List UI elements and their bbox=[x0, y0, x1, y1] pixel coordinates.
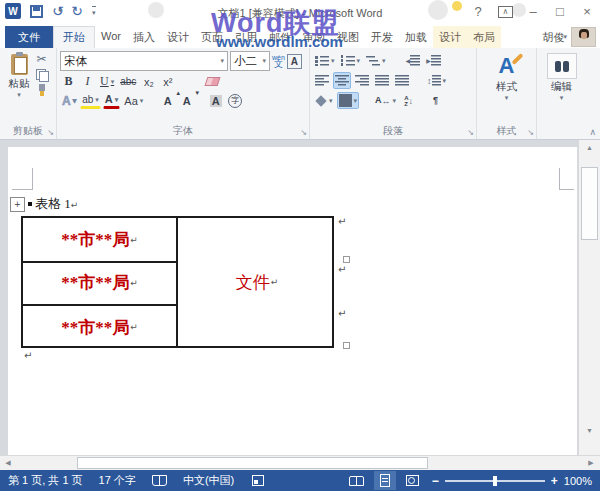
shading-button[interactable] bbox=[313, 92, 335, 109]
character-border-button[interactable]: A bbox=[287, 54, 302, 69]
vertical-scroll-thumb[interactable] bbox=[581, 167, 598, 240]
maximize-button[interactable]: □ bbox=[553, 3, 567, 21]
multilevel-list-button[interactable] bbox=[364, 52, 388, 69]
justify-button[interactable] bbox=[373, 72, 391, 89]
align-left-button[interactable] bbox=[313, 72, 331, 89]
font-color-button[interactable]: A bbox=[103, 92, 120, 109]
font-dialog-launcher-icon[interactable]: ↘ bbox=[300, 128, 307, 138]
table-cell[interactable]: **市**局↵ bbox=[23, 263, 176, 302]
horizontal-scrollbar[interactable]: ◀ ▶ bbox=[0, 455, 600, 470]
tab-wor[interactable]: Wor bbox=[95, 26, 127, 48]
chevron-down-icon[interactable]: ▾ bbox=[262, 57, 266, 65]
subscript-button[interactable]: x₂ bbox=[140, 73, 157, 90]
macro-record-icon[interactable] bbox=[252, 475, 264, 486]
page-indicator[interactable]: 第 1 页, 共 1 页 bbox=[0, 473, 91, 488]
close-button[interactable]: × bbox=[580, 3, 594, 21]
borders-grid-icon bbox=[339, 94, 352, 107]
scroll-down-icon[interactable]: ▼ bbox=[579, 423, 600, 438]
clear-formatting-button[interactable] bbox=[204, 73, 221, 90]
tab-design[interactable]: 设计 bbox=[161, 26, 195, 48]
paragraph-mark: ↵ bbox=[24, 350, 32, 361]
print-layout-button[interactable] bbox=[374, 471, 396, 490]
align-center-button[interactable] bbox=[333, 72, 351, 89]
paragraph-dialog-launcher-icon[interactable]: ↘ bbox=[467, 128, 474, 138]
increase-indent-button[interactable]: ▶ bbox=[424, 52, 443, 69]
bold-button[interactable]: B bbox=[60, 73, 77, 90]
table-move-handle[interactable]: + bbox=[10, 197, 25, 212]
show-hide-marks-button[interactable]: ¶ bbox=[427, 92, 444, 109]
font-family-combo[interactable]: 宋体 ▾ bbox=[60, 51, 228, 71]
clipboard-dialog-launcher-icon[interactable]: ↘ bbox=[47, 128, 54, 138]
underline-button[interactable]: U bbox=[98, 73, 116, 90]
tab-home-active[interactable]: 开始 bbox=[53, 26, 95, 48]
language-indicator[interactable]: 中文(中国) bbox=[175, 473, 242, 488]
word-count[interactable]: 17 个字 bbox=[91, 473, 144, 488]
numbering-button[interactable] bbox=[339, 52, 363, 69]
cell-text: **市**局 bbox=[61, 316, 129, 339]
borders-button[interactable] bbox=[337, 92, 360, 109]
table-merged-cell[interactable]: 文件↵ bbox=[178, 218, 336, 346]
horizontal-scroll-thumb[interactable] bbox=[77, 457, 428, 469]
help-button[interactable]: ? bbox=[471, 3, 485, 21]
zoom-out-button[interactable]: − bbox=[432, 474, 439, 488]
tab-developer[interactable]: 开发 bbox=[365, 26, 399, 48]
superscript-button[interactable]: x² bbox=[159, 73, 176, 90]
chevron-down-icon[interactable]: ▾ bbox=[220, 57, 224, 65]
strikethrough-button[interactable]: abc bbox=[118, 73, 138, 90]
scroll-left-icon[interactable]: ◀ bbox=[1, 456, 15, 470]
zoom-slider-thumb[interactable] bbox=[493, 476, 497, 486]
enclose-characters-button[interactable]: 字 bbox=[226, 92, 244, 109]
zoom-slider[interactable] bbox=[445, 480, 545, 482]
zoom-in-button[interactable]: + bbox=[551, 474, 558, 488]
tab-table-tools-layout[interactable]: 布局 bbox=[467, 26, 501, 48]
tab-addins[interactable]: 加载 bbox=[399, 26, 433, 48]
phonetic-guide-button[interactable]: wén 文 bbox=[272, 54, 285, 68]
styles-button[interactable]: A 样式 ▾ bbox=[480, 53, 533, 101]
align-right-button[interactable] bbox=[353, 72, 371, 89]
styles-dialog-launcher-icon[interactable]: ↘ bbox=[527, 128, 534, 138]
bullets-button[interactable] bbox=[313, 52, 337, 69]
table-cell[interactable]: **市**局↵ bbox=[23, 218, 176, 261]
distribute-button[interactable] bbox=[393, 72, 411, 89]
copy-icon[interactable] bbox=[36, 69, 47, 80]
grow-font-button[interactable]: A▲ bbox=[159, 92, 176, 109]
scroll-up-icon[interactable]: ▲ bbox=[579, 140, 600, 155]
proofing-book-icon[interactable] bbox=[152, 475, 167, 486]
tab-table-tools-design[interactable]: 设计 bbox=[433, 26, 467, 48]
line-spacing-button[interactable]: ↕ bbox=[425, 72, 448, 89]
asian-layout-button[interactable]: A↔ bbox=[373, 92, 398, 109]
table-cell[interactable]: **市**局↵ bbox=[23, 306, 176, 348]
account-area[interactable]: 胡俊 ▾ bbox=[542, 26, 600, 48]
ribbon-display-options-icon[interactable]: ∧ bbox=[498, 6, 513, 18]
italic-button[interactable]: I bbox=[79, 73, 96, 90]
collapse-ribbon-icon[interactable]: ∧ bbox=[589, 127, 596, 137]
vertical-scrollbar[interactable]: ▲ ▼ bbox=[578, 140, 600, 455]
clipboard-mini-buttons: ✂ bbox=[36, 53, 47, 96]
editing-button[interactable]: 编辑 ▾ bbox=[540, 53, 583, 101]
tab-file[interactable]: 文件 bbox=[5, 26, 53, 48]
user-avatar[interactable] bbox=[571, 27, 596, 47]
table-selection-handle[interactable] bbox=[343, 256, 350, 263]
cut-icon[interactable]: ✂ bbox=[36, 53, 46, 65]
sort-button[interactable]: AZ ↓ bbox=[400, 92, 417, 109]
decrease-indent-button[interactable]: ◀ bbox=[404, 52, 423, 69]
table-caption[interactable]: 表格 1↵ bbox=[35, 195, 78, 213]
zoom-level[interactable]: 100% bbox=[564, 475, 592, 487]
font-size-combo[interactable]: 小二 ▾ bbox=[230, 51, 270, 71]
text-highlight-button[interactable]: ab bbox=[80, 92, 101, 109]
text-effects-button[interactable]: A bbox=[60, 92, 78, 109]
indent-lines-icon bbox=[410, 55, 420, 66]
read-mode-button[interactable] bbox=[346, 471, 368, 490]
minimize-button[interactable]: – bbox=[526, 3, 540, 21]
paste-button[interactable]: 粘贴 ▾ bbox=[4, 54, 34, 98]
character-shading-button[interactable]: A bbox=[207, 92, 224, 109]
shrink-font-button[interactable]: A▼ bbox=[178, 92, 195, 109]
document-table[interactable]: **市**局↵ **市**局↵ **市**局↵ 文件↵ bbox=[21, 216, 334, 348]
change-case-button[interactable]: Aa bbox=[122, 92, 145, 109]
paragraph-group-label: 段落 bbox=[310, 124, 476, 138]
web-layout-button[interactable] bbox=[402, 471, 424, 490]
tab-insert[interactable]: 插入 bbox=[127, 26, 161, 48]
scroll-right-icon[interactable]: ▶ bbox=[584, 456, 598, 470]
format-painter-icon[interactable] bbox=[37, 84, 47, 96]
table-resize-handle[interactable] bbox=[343, 342, 350, 349]
